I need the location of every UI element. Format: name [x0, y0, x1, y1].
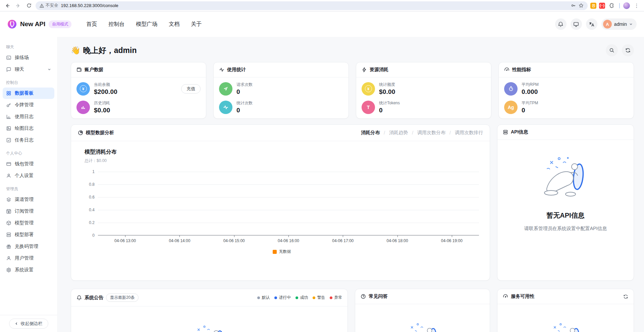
- extensions-puzzle-icon[interactable]: [608, 2, 616, 10]
- empty-state-illustration: [187, 323, 231, 332]
- nav-about[interactable]: 关于: [191, 21, 202, 28]
- tab-call-count-ranking[interactable]: 调用次数排行: [455, 130, 483, 136]
- latest-badge: 显示最新20条: [106, 293, 139, 302]
- card-title: 账户数据: [85, 67, 103, 73]
- sidebar-item-image-logs[interactable]: 绘图日志: [3, 123, 54, 134]
- sidebar-item-channels[interactable]: 渠道管理: [3, 194, 54, 205]
- language-button[interactable]: [586, 18, 597, 30]
- nav-console[interactable]: 控制台: [108, 21, 124, 28]
- browser-profile-avatar[interactable]: [623, 2, 630, 9]
- sidebar-item-playground[interactable]: 操练场: [3, 52, 54, 63]
- calendar-clock-icon: [6, 209, 11, 214]
- y-axis: 1 0.8 0.6 0.4 0.2 0: [85, 172, 98, 235]
- greeting-text: 晚上好，admin: [83, 45, 137, 56]
- image-icon: [6, 126, 11, 131]
- sidebar-item-wallet[interactable]: 钱包管理: [3, 158, 54, 170]
- user-menu[interactable]: A admin: [601, 18, 637, 30]
- api-info-card: API信息: [497, 124, 634, 281]
- nav-model-market[interactable]: 模型广场: [136, 21, 157, 28]
- sidebar-item-settings[interactable]: 系统设置: [3, 264, 54, 276]
- brand[interactable]: New API 自用模式: [7, 19, 71, 29]
- refresh-button[interactable]: [622, 44, 634, 56]
- collapse-sidebar-button[interactable]: 收起侧边栏: [9, 319, 48, 329]
- availability-refresh-button[interactable]: [623, 294, 628, 299]
- topup-button[interactable]: 充值: [181, 84, 201, 94]
- nav-docs[interactable]: 文档: [169, 21, 179, 28]
- lightning-icon: [362, 67, 367, 72]
- sidebar-item-tokens[interactable]: 令牌管理: [3, 99, 54, 111]
- activity-icon: [219, 67, 224, 72]
- refresh-icon: [623, 294, 628, 299]
- security-chip[interactable]: 不安全: [40, 3, 58, 8]
- search-button[interactable]: [606, 44, 618, 56]
- card-title: 性能指标: [512, 67, 531, 73]
- gauge-icon: [503, 294, 508, 299]
- password-key-icon[interactable]: [571, 3, 576, 8]
- stat-value: 0: [236, 107, 253, 114]
- tab-call-count-distribution[interactable]: 调用次数分布: [417, 130, 445, 136]
- browser-forward-icon[interactable]: [14, 2, 22, 10]
- stopwatch-icon: [504, 82, 518, 96]
- dashboard-grid-icon: [6, 91, 11, 96]
- sidebar-item-task-logs[interactable]: 任务日志: [3, 134, 54, 146]
- sidebar-item-label: 数据看板: [15, 90, 34, 96]
- stat-label: 当前余额: [94, 82, 117, 88]
- key-icon: [6, 102, 11, 108]
- browser-back-icon[interactable]: [3, 2, 11, 10]
- mode-badge: 自用模式: [49, 20, 71, 28]
- browser-menu-dots-icon[interactable]: ⋮: [633, 2, 641, 10]
- sidebar-item-model-deploy[interactable]: 模型部署: [3, 229, 54, 240]
- sidebar-item-redemption[interactable]: 兑换码管理: [3, 241, 54, 252]
- legend-success: 成功: [296, 295, 308, 300]
- model-analysis-card: 模型数据分析 消耗分布 / 消耗趋势 / 调用次数分布 / 调用次数排行 模型消…: [71, 124, 490, 281]
- account-data-card: 账户数据 ¥ 当前余额 $200.00 充值: [71, 62, 206, 119]
- brand-name: New API: [20, 20, 45, 28]
- sidebar-item-usage-logs[interactable]: 使用日志: [3, 111, 54, 122]
- sidebar-item-dashboard[interactable]: 数据看板: [3, 88, 54, 99]
- sidebar-item-models[interactable]: 模型管理: [3, 217, 54, 229]
- tab-group-divider: [619, 3, 620, 8]
- theme-button[interactable]: [571, 18, 582, 30]
- x-axis-labels: 04-06 13:00 04-06 14:00 04-06 15:00 04-0…: [98, 235, 479, 243]
- security-label: 不安全: [46, 3, 58, 8]
- bookmark-star-icon[interactable]: [579, 3, 584, 8]
- chart-subtitle: 总计：$0.00: [85, 158, 479, 164]
- sidebar-item-label: 订阅管理: [15, 208, 34, 214]
- stat-row-rpm: 平均RPM 0.000: [504, 82, 628, 96]
- user-icon: [6, 173, 11, 178]
- user-name: admin: [614, 21, 627, 27]
- brand-logo-icon: [7, 19, 17, 29]
- chevron-down-icon: [48, 68, 51, 71]
- playground-icon: [6, 55, 11, 60]
- chevron-left-icon: [15, 322, 18, 325]
- legend-default: 默认: [257, 295, 270, 300]
- sidebar-item-chat[interactable]: 聊天: [3, 64, 54, 75]
- extension-docs-icon[interactable]: [590, 3, 596, 9]
- chat-icon: [6, 67, 11, 72]
- chart-title: 模型消耗分布: [85, 149, 479, 156]
- tab-consumption-distribution[interactable]: 消耗分布: [361, 130, 380, 136]
- sidebar-item-subscriptions[interactable]: 订阅管理: [3, 206, 54, 217]
- sidebar-item-label: 聊天: [15, 66, 24, 72]
- browser-reload-icon[interactable]: [25, 2, 33, 10]
- stat-row-tokens: T 统计Tokens 0: [362, 100, 486, 114]
- sidebar-item-users[interactable]: 用户管理: [3, 253, 54, 264]
- bell-icon: [558, 21, 564, 27]
- tab-consumption-trend[interactable]: 消耗趋势: [389, 130, 408, 136]
- sidebar-item-label: 任务日志: [15, 137, 34, 143]
- nav-home[interactable]: 首页: [86, 21, 97, 28]
- notifications-button[interactable]: [555, 18, 567, 30]
- chart-legend[interactable]: 无数据: [85, 249, 479, 255]
- sidebar-item-profile[interactable]: 个人设置: [3, 170, 54, 181]
- sidebar-item-label: 兑换码管理: [15, 243, 38, 250]
- url-text[interactable]: 192.168.50.228:3000/console: [61, 3, 569, 8]
- sidebar-item-label: 系统设置: [15, 267, 34, 273]
- extension-json-icon[interactable]: {··}: [599, 3, 605, 9]
- usage-stats-card: 使用统计 请求次数 0: [213, 62, 349, 119]
- stat-label: 平均RPM: [522, 82, 539, 88]
- stat-value: $0.00: [94, 107, 110, 114]
- wallet-icon: [76, 67, 82, 72]
- monitor-icon: [573, 21, 579, 27]
- sidebar-item-label: 令牌管理: [15, 102, 34, 108]
- address-bar[interactable]: 不安全 192.168.50.228:3000/console: [36, 1, 588, 10]
